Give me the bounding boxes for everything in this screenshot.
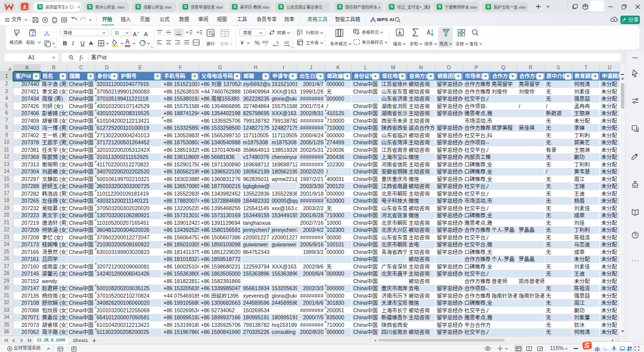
svg-text:.0: .0 <box>275 40 279 45</box>
svg-text:000: 000 <box>262 40 269 44</box>
svg-text:.00: .00 <box>283 40 289 45</box>
